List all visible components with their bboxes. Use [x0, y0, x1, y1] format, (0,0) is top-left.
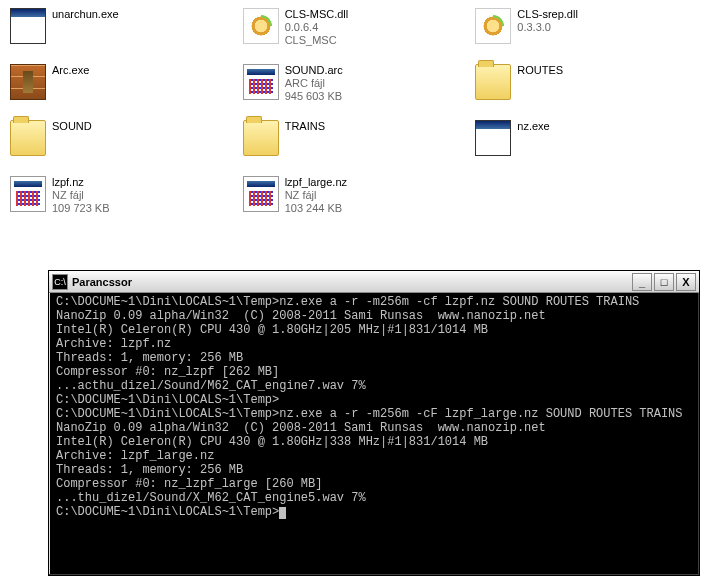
file-item[interactable]: unarchun.exe: [8, 6, 241, 54]
terminal-output[interactable]: C:\DOCUME~1\Dini\LOCALS~1\Temp>nz.exe a …: [52, 293, 696, 572]
minimize-icon: _: [639, 276, 645, 288]
folder-icon: [10, 120, 46, 156]
file-item[interactable]: lzpf.nzNZ fájl109 723 KB: [8, 174, 241, 222]
file-item[interactable]: nz.exe: [473, 118, 706, 166]
close-button[interactable]: X: [676, 273, 696, 291]
file-name: lzpf.nz: [52, 176, 110, 189]
file-name: Arc.exe: [52, 64, 89, 77]
file-label: lzpf_large.nzNZ fájl103 244 KB: [285, 176, 347, 215]
file-name: SOUND: [52, 120, 92, 133]
file-item[interactable]: CLS-srep.dll0.3.3.0: [473, 6, 706, 54]
maximize-button[interactable]: □: [654, 273, 674, 291]
file-item[interactable]: SOUND.arcARC fájl945 603 KB: [241, 62, 474, 110]
file-grid: unarchun.exeCLS-MSC.dll0.0.6.4CLS_MSCCLS…: [8, 6, 706, 222]
file-label: lzpf.nzNZ fájl109 723 KB: [52, 176, 110, 215]
bin-icon: [243, 64, 279, 100]
file-name: lzpf_large.nz: [285, 176, 347, 189]
file-meta: 0.0.6.4: [285, 21, 349, 34]
bin-icon: [10, 176, 46, 212]
minimize-button[interactable]: _: [632, 273, 652, 291]
folder-icon: [475, 64, 511, 100]
file-item[interactable]: TRAINS: [241, 118, 474, 166]
file-label: TRAINS: [285, 120, 325, 133]
file-item[interactable]: Arc.exe: [8, 62, 241, 110]
folder-icon: [243, 120, 279, 156]
maximize-icon: □: [661, 276, 668, 288]
file-name: TRAINS: [285, 120, 325, 133]
file-item[interactable]: CLS-MSC.dll0.0.6.4CLS_MSC: [241, 6, 474, 54]
file-meta: 103 244 KB: [285, 202, 347, 215]
cursor: [279, 507, 286, 519]
file-label: SOUND: [52, 120, 92, 133]
bin-icon: [243, 176, 279, 212]
file-meta: CLS_MSC: [285, 34, 349, 47]
file-label: ROUTES: [517, 64, 563, 77]
file-meta: 0.3.3.0: [517, 21, 578, 34]
dll-icon: [243, 8, 279, 44]
file-name: nz.exe: [517, 120, 549, 133]
exe-icon: [475, 120, 511, 156]
file-label: Arc.exe: [52, 64, 89, 77]
window-buttons: _ □ X: [632, 273, 696, 291]
file-meta: NZ fájl: [52, 189, 110, 202]
file-name: unarchun.exe: [52, 8, 119, 21]
file-item[interactable]: ROUTES: [473, 62, 706, 110]
file-meta: NZ fájl: [285, 189, 347, 202]
command-prompt-window[interactable]: C:\ Parancssor _ □ X C:\DOCUME~1\Dini\LO…: [48, 270, 700, 576]
arc-icon: [10, 64, 46, 100]
terminal-text: C:\DOCUME~1\Dini\LOCALS~1\Temp>nz.exe a …: [56, 295, 692, 519]
file-item[interactable]: lzpf_large.nzNZ fájl103 244 KB: [241, 174, 474, 222]
file-meta: 109 723 KB: [52, 202, 110, 215]
file-label: unarchun.exe: [52, 8, 119, 21]
file-explorer-area: unarchun.exeCLS-MSC.dll0.0.6.4CLS_MSCCLS…: [0, 0, 714, 222]
file-item[interactable]: SOUND: [8, 118, 241, 166]
file-name: CLS-srep.dll: [517, 8, 578, 21]
close-icon: X: [682, 276, 689, 288]
file-label: SOUND.arcARC fájl945 603 KB: [285, 64, 343, 103]
file-meta: 945 603 KB: [285, 90, 343, 103]
file-name: CLS-MSC.dll: [285, 8, 349, 21]
file-label: CLS-MSC.dll0.0.6.4CLS_MSC: [285, 8, 349, 47]
file-name: ROUTES: [517, 64, 563, 77]
file-label: nz.exe: [517, 120, 549, 133]
dll-icon: [475, 8, 511, 44]
cmd-icon: C:\: [52, 274, 68, 290]
file-name: SOUND.arc: [285, 64, 343, 77]
file-meta: ARC fájl: [285, 77, 343, 90]
exe-icon: [10, 8, 46, 44]
file-label: CLS-srep.dll0.3.3.0: [517, 8, 578, 34]
window-title: Parancssor: [72, 276, 632, 288]
titlebar[interactable]: C:\ Parancssor _ □ X: [49, 271, 699, 293]
